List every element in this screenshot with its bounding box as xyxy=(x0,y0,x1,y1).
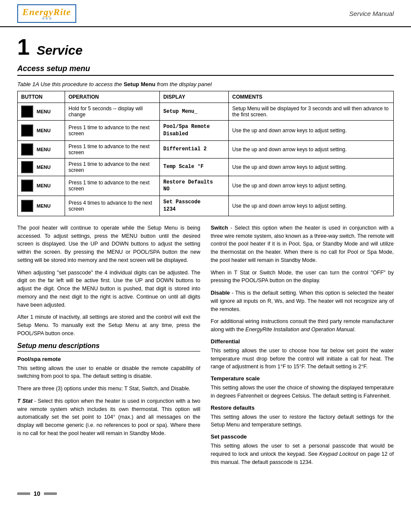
chapter-heading: 1 Service xyxy=(17,36,394,58)
left-para-1: The pool heater will continue to operate… xyxy=(17,224,200,264)
footer-bar-left xyxy=(17,492,30,495)
table-caption-end: from the display panel xyxy=(156,81,212,87)
right-para-switch: Switch - Select this option when the hea… xyxy=(211,224,394,264)
right-para-wiring: For additional wiring instructions consu… xyxy=(211,317,394,334)
main-content: 1 Service Access setup menu Table 1A Use… xyxy=(0,27,411,486)
col-header-operation: OPERATION xyxy=(65,91,160,103)
footer-bar-right xyxy=(44,492,57,495)
right-para-tstat-off: When in T Stat or Switch Mode, the user … xyxy=(211,269,394,285)
table-caption-text: Table 1A Use this procedure to access th… xyxy=(17,81,124,87)
button-cell-0: MENU xyxy=(18,103,65,121)
table-row: MENUPress 4 times to advance to the next… xyxy=(18,196,394,216)
display-text-1: Pool/Spa RemoteDisabled xyxy=(163,123,225,138)
table-row: MENUPress 1 time to advance to the next … xyxy=(18,158,394,176)
display-cell-1: Pool/Spa RemoteDisabled xyxy=(160,121,229,141)
button-cell-5: MENU xyxy=(18,196,65,216)
table-row: MENUPress 1 time to advance to the next … xyxy=(18,121,394,141)
comments-cell-0: Setup Menu will be displayed for 3 secon… xyxy=(229,103,394,121)
differential-heading: Differential xyxy=(211,338,394,345)
comments-cell-5: Use the up and down arrow keys to adjust… xyxy=(229,196,394,216)
col-header-display: DISPLAY xyxy=(160,91,229,103)
menu-icon-0 xyxy=(21,106,33,118)
pool-spa-para-3: T Stat - Select this option when the hea… xyxy=(17,397,200,438)
operation-cell-0: Hold for 5 seconds -- display will chang… xyxy=(65,103,160,121)
restore-defaults-text: This setting allows the user to restore … xyxy=(211,413,394,429)
comments-cell-3: Use the up and down arrow keys to adjust… xyxy=(229,158,394,176)
display-cell-0: Setup Menu_ xyxy=(160,103,229,121)
set-passcode-heading: Set passcode xyxy=(211,433,394,440)
table-row: MENUPress 1 time to advance to the next … xyxy=(18,140,394,158)
setup-descriptions-heading: Setup menu descriptions xyxy=(17,342,200,352)
logo-tagline: ® ® ® xyxy=(22,17,71,21)
logo-text: EnergyRite ® ® ® xyxy=(17,4,76,23)
menu-icon-5 xyxy=(21,200,33,212)
section-heading: Access setup menu xyxy=(17,64,394,76)
chapter-title: Service xyxy=(37,43,83,58)
service-manual-label: Service Manual xyxy=(349,10,394,17)
display-text-5: Set Passcode1234 xyxy=(163,199,225,213)
menu-label-1: MENU xyxy=(37,128,50,133)
menu-label-2: MENU xyxy=(37,147,50,152)
menu-label-5: MENU xyxy=(37,203,50,208)
set-passcode-text: This setting allows the user to set a pe… xyxy=(211,442,394,466)
menu-icon-1 xyxy=(21,124,33,137)
table-caption: Table 1A Use this procedure to access th… xyxy=(17,81,394,87)
setup-menu-bold: Setup Menu xyxy=(124,81,156,87)
temp-scale-heading: Temperature scale xyxy=(211,375,394,382)
right-para-disable: Disable - This is the default setting. W… xyxy=(211,289,394,313)
pool-spa-para-2: There are three (3) options under this m… xyxy=(17,385,200,393)
display-text-3: Temp Scale °F xyxy=(163,163,225,171)
comments-cell-4: Use the up and down arrow keys to adjust… xyxy=(229,176,394,196)
button-cell-2: MENU xyxy=(18,140,65,158)
operation-cell-1: Press 1 time to advance to the next scre… xyxy=(65,121,160,141)
display-cell-4: Restore DefaultsNO xyxy=(160,176,229,196)
page-number: 10 xyxy=(34,490,40,497)
pool-spa-para-1: This setting allows the user to enable o… xyxy=(17,364,200,381)
display-text-2: Differential 2 xyxy=(163,146,225,153)
chapter-number: 1 xyxy=(17,36,30,58)
table-row: MENUHold for 5 seconds -- display will c… xyxy=(18,103,394,121)
right-column: Switch - Select this option when the hea… xyxy=(211,224,394,471)
page-header: EnergyRite ® ® ® Service Manual xyxy=(0,0,411,27)
setup-table: BUTTON OPERATION DISPLAY COMMENTS MENUHo… xyxy=(17,91,394,216)
left-column: The pool heater will continue to operate… xyxy=(17,224,200,471)
body-columns: The pool heater will continue to operate… xyxy=(17,224,394,471)
operation-cell-3: Press 1 time to advance to the next scre… xyxy=(65,158,160,176)
display-text-0: Setup Menu_ xyxy=(163,108,225,115)
operation-cell-2: Press 1 time to advance to the next scre… xyxy=(65,140,160,158)
logo: EnergyRite ® ® ® xyxy=(17,4,76,23)
left-para-2: When adjusting "set passcode" the 4 indi… xyxy=(17,269,200,309)
button-cell-1: MENU xyxy=(18,121,65,141)
menu-label-0: MENU xyxy=(37,109,50,114)
left-para-3: After 1 minute of inactivity, all settin… xyxy=(17,313,200,337)
menu-label-3: MENU xyxy=(37,165,50,170)
display-cell-5: Set Passcode1234 xyxy=(160,196,229,216)
menu-icon-3 xyxy=(21,161,33,173)
operation-cell-5: Press 4 times to advance to the next scr… xyxy=(65,196,160,216)
comments-cell-1: Use the up and down arrow keys to adjust… xyxy=(229,121,394,141)
display-cell-2: Differential 2 xyxy=(160,140,229,158)
temp-scale-text: This setting allows the user the choice … xyxy=(211,384,394,400)
restore-defaults-heading: Restore defaults xyxy=(211,404,394,411)
display-cell-3: Temp Scale °F xyxy=(160,158,229,176)
col-header-button: BUTTON xyxy=(18,91,65,103)
menu-icon-2 xyxy=(21,143,33,156)
differential-text: This setting allows the user to choose h… xyxy=(211,347,394,371)
operation-cell-4: Press 1 time to advance to the next scre… xyxy=(65,176,160,196)
logo-energy: Energy xyxy=(22,6,53,17)
menu-label-4: MENU xyxy=(37,183,50,188)
col-header-comments: COMMENTS xyxy=(229,91,394,103)
logo-rite: Rite xyxy=(53,6,71,17)
display-text-4: Restore DefaultsNO xyxy=(163,179,225,193)
table-row: MENUPress 1 time to advance to the next … xyxy=(18,176,394,196)
button-cell-3: MENU xyxy=(18,158,65,176)
menu-icon-4 xyxy=(21,180,33,192)
page-footer: 10 xyxy=(0,486,411,501)
button-cell-4: MENU xyxy=(18,176,65,196)
pool-spa-remote-heading: Pool/spa remote xyxy=(17,356,200,362)
comments-cell-2: Use the up and down arrow keys to adjust… xyxy=(229,140,394,158)
